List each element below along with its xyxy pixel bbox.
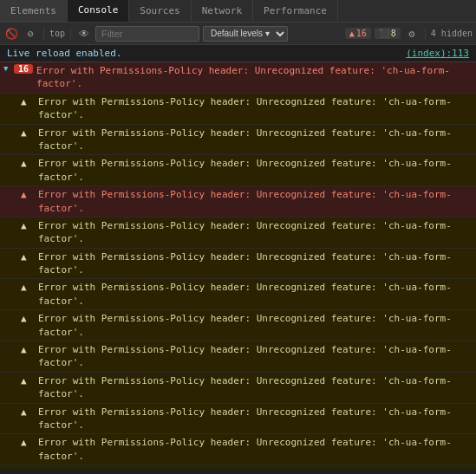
group-count-badge: 16 <box>14 64 33 74</box>
message-text: Error with Permissions-Policy header: Un… <box>38 250 473 277</box>
tab-bar: Elements Console Sources Network Perform… <box>0 0 476 23</box>
warn-icon: ▲ <box>21 313 35 324</box>
warn-icon: ▲ <box>21 437 35 448</box>
message-text: Error with Permissions-Policy header: Un… <box>38 374 473 401</box>
message-text: Error with Permissions-Policy header: Un… <box>38 343 473 370</box>
warn-icon: ▲ <box>21 406 35 418</box>
hidden-count: 4 hidden <box>431 29 473 38</box>
warn-icon: ▲ <box>21 220 35 231</box>
tab-console[interactable]: Console <box>68 0 129 22</box>
console-message-row[interactable]: ▲Error with Permissions-Policy header: U… <box>0 341 476 373</box>
message-text: Error with Permissions-Policy header: Un… <box>38 188 473 215</box>
expand-arrow: ▼ <box>3 64 12 73</box>
console-message-row[interactable]: ▲Error with Permissions-Policy header: U… <box>0 434 476 465</box>
clear-console-icon[interactable]: 🚫 <box>3 26 19 42</box>
console-message-row[interactable]: ▲Error with Permissions-Policy header: U… <box>0 218 476 249</box>
console-message-row[interactable]: ▲Error with Permissions-Policy header: U… <box>0 155 476 186</box>
message-text: Error with Permissions-Policy header: Un… <box>38 281 473 308</box>
live-reload-bar: Live reload enabled. (index):113 <box>0 45 476 62</box>
warn-icon: ▲ <box>21 127 35 139</box>
console-message-row[interactable]: ▲Error with Permissions-Policy header: U… <box>0 404 476 435</box>
console-message-row[interactable]: ▲Error with Permissions-Policy header: U… <box>0 465 476 469</box>
console-message-row[interactable]: ▲Error with Permissions-Policy header: U… <box>0 125 476 156</box>
warn-icon: ▲ <box>21 282 35 293</box>
console-message-row[interactable]: ▼16Error with Permissions-Policy header:… <box>0 62 476 94</box>
message-text: Error with Permissions-Policy header: Un… <box>38 219 473 246</box>
warn-icon: ▲ <box>21 158 35 169</box>
console-messages: ▼16Error with Permissions-Policy header:… <box>0 62 476 469</box>
tab-performance[interactable]: Performance <box>253 0 338 22</box>
message-text: Error with Permissions-Policy header: Un… <box>38 436 473 463</box>
filter-icon[interactable]: ⊘ <box>23 26 38 42</box>
toolbar-divider-2 <box>70 27 71 41</box>
message-text: Error with Permissions-Policy header: Un… <box>38 95 473 122</box>
level-label: top <box>49 26 65 42</box>
live-reload-link[interactable]: (index):113 <box>406 48 469 59</box>
console-toolbar: 🚫 ⊘ top 👁 Default levels ▾ Verbose Info … <box>0 23 476 45</box>
eye-icon[interactable]: 👁 <box>76 26 92 42</box>
toolbar-divider-3 <box>425 27 426 41</box>
console-message-row[interactable]: ▲Error with Permissions-Policy header: U… <box>0 186 476 218</box>
tab-sources[interactable]: Sources <box>129 0 191 22</box>
warn-count-icon: ⬛ <box>379 29 389 38</box>
message-text: Error with Permissions-Policy header: Un… <box>38 127 473 153</box>
error-icon: ▲ <box>21 189 35 200</box>
warn-count-badge[interactable]: ⬛ 8 <box>375 28 401 39</box>
warn-count: 8 <box>391 29 396 38</box>
console-message-row[interactable]: ▲Error with Permissions-Policy header: U… <box>0 94 476 125</box>
error-count-badge[interactable]: ▲ 16 <box>345 28 371 39</box>
warn-icon: ▲ <box>21 344 35 355</box>
log-level-select[interactable]: Default levels ▾ Verbose Info Warnings E… <box>203 26 288 42</box>
console-message-row[interactable]: ▲Error with Permissions-Policy header: U… <box>0 279 476 310</box>
warn-icon: ▲ <box>21 96 35 107</box>
live-reload-text: Live reload enabled. <box>7 48 121 59</box>
warn-icon: ▲ <box>21 251 35 263</box>
message-text: Error with Permissions-Policy header: Un… <box>38 157 473 184</box>
warn-icon: ▲ <box>21 375 35 386</box>
filter-input[interactable] <box>95 26 199 42</box>
console-message-row[interactable]: ▲Error with Permissions-Policy header: U… <box>0 373 476 404</box>
settings-icon[interactable]: ⚙ <box>404 26 420 42</box>
tab-elements[interactable]: Elements <box>0 0 68 22</box>
message-text: Error with Permissions-Policy header: Un… <box>38 467 473 469</box>
warn-icon: ▲ <box>21 468 35 469</box>
message-text: Error with Permissions-Policy header: Un… <box>38 406 473 432</box>
console-message-row[interactable]: ▲Error with Permissions-Policy header: U… <box>0 249 476 280</box>
error-count-icon: ▲ <box>349 29 355 38</box>
toolbar-divider-1 <box>43 27 44 41</box>
message-text: Error with Permissions-Policy header: Un… <box>38 312 473 339</box>
error-count: 16 <box>356 29 367 38</box>
message-text: Error with Permissions-Policy header: Un… <box>36 64 473 91</box>
tab-network[interactable]: Network <box>192 0 253 22</box>
console-message-row[interactable]: ▲Error with Permissions-Policy header: U… <box>0 310 476 341</box>
